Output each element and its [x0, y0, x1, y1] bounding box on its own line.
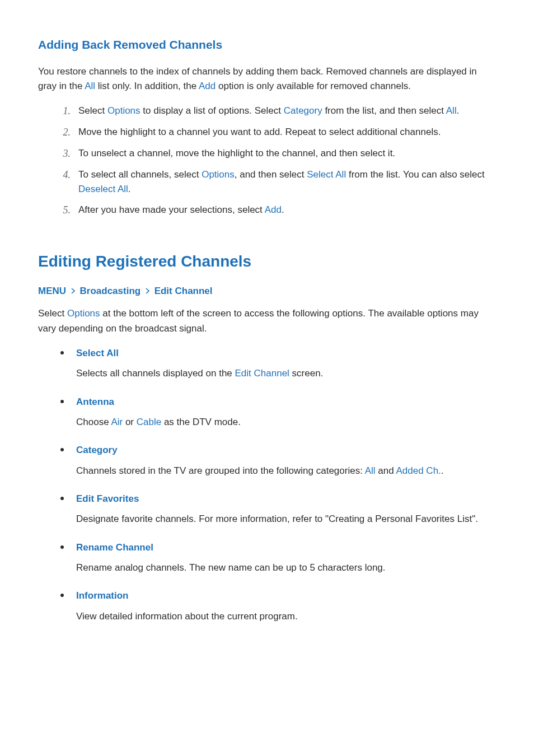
keyword-all: All [85, 81, 95, 91]
item-desc: Selects all channels displayed on the Ed… [76, 366, 496, 381]
intro-paragraph: You restore channels to the index of cha… [38, 64, 496, 94]
list-item: Information View detailed information ab… [60, 589, 496, 634]
keyword-options: Options [107, 105, 140, 116]
text: Selects all channels displayed on the [76, 368, 235, 379]
breadcrumb-item-edit-channel: Edit Channel [154, 286, 213, 296]
step-number: 2. [60, 125, 71, 141]
list-item: Edit Favorites Designate favorite channe… [60, 492, 496, 537]
step-number: 1. [60, 104, 71, 119]
bullet-icon [60, 545, 64, 549]
text: from the list, and then select [322, 105, 446, 116]
section-heading-adding-back: Adding Back Removed Channels [38, 36, 496, 54]
text: screen. [289, 368, 323, 379]
text: After you have made your selections, sel… [78, 204, 265, 215]
text: as the DTV mode. [161, 417, 241, 427]
breadcrumb-item-broadcasting: Broadcasting [80, 286, 141, 296]
item-desc: Choose Air or Cable as the DTV mode. [76, 415, 496, 430]
list-item: Select All Selects all channels displaye… [60, 346, 496, 391]
keyword-add: Add [265, 204, 282, 215]
text: from the list. You can also select [346, 169, 485, 180]
item-title-category: Category [76, 443, 496, 458]
keyword-cable: Cable [137, 417, 161, 427]
text: option is only available for removed cha… [216, 81, 411, 91]
bullet-icon [60, 594, 64, 597]
keyword-deselect-all: Deselect All [78, 184, 128, 194]
text: Select [38, 308, 67, 319]
step-number: 3. [60, 146, 71, 162]
step-number: 4. [60, 167, 71, 197]
keyword-select-all: Select All [307, 169, 346, 180]
item-title-edit-favorites: Edit Favorites [76, 492, 496, 506]
item-desc: Designate favorite channels. For more in… [76, 512, 496, 526]
item-title-antenna: Antenna [76, 395, 496, 409]
bullet-icon [60, 351, 64, 354]
breadcrumb: MENU Broadcasting Edit Channel [38, 284, 496, 298]
step-number: 5. [60, 203, 71, 218]
text: To select all channels, select [78, 169, 202, 180]
bullet-icon [60, 400, 64, 403]
breadcrumb-item-menu: MENU [38, 286, 66, 296]
text: to display a list of options. Select [140, 105, 284, 116]
list-item: Rename Channel Rename analog channels. T… [60, 540, 496, 586]
text: Select [78, 105, 107, 116]
step-text: Move the highlight to a channel you want… [78, 125, 496, 141]
text: Choose [76, 417, 111, 427]
item-desc: Rename analog channels. The new name can… [76, 561, 496, 575]
keyword-category: Category [284, 105, 322, 116]
item-title-select-all: Select All [76, 346, 496, 361]
item-desc: View detailed information about the curr… [76, 609, 496, 624]
keyword-all: All [365, 465, 376, 476]
list-item: Antenna Choose Air or Cable as the DTV m… [60, 395, 496, 440]
keyword-add: Add [199, 81, 216, 91]
intro-paragraph: Select Options at the bottom left of the… [38, 306, 496, 336]
bullet-list: Select All Selects all channels displaye… [38, 346, 496, 634]
chevron-right-icon [143, 284, 152, 298]
step-text: Select Options to display a list of opti… [78, 104, 496, 119]
numbered-list: 1. Select Options to display a list of o… [38, 104, 496, 218]
item-title-rename-channel: Rename Channel [76, 540, 496, 555]
keyword-options: Options [202, 169, 235, 180]
text: . [441, 465, 444, 476]
step-text: To unselect a channel, move the highligh… [78, 146, 496, 162]
text: . [128, 184, 131, 194]
keyword-options: Options [67, 308, 100, 319]
text: Channels stored in the TV are grouped in… [76, 465, 365, 476]
keyword-all: All [446, 105, 457, 116]
bullet-icon [60, 497, 64, 500]
list-item: 1. Select Options to display a list of o… [60, 104, 496, 119]
text: list only. In addition, the [95, 81, 199, 91]
text: , and then select [235, 169, 307, 180]
keyword-added-ch: Added Ch. [396, 465, 441, 476]
keyword-air: Air [111, 417, 123, 427]
item-title-information: Information [76, 589, 496, 603]
keyword-edit-channel: Edit Channel [235, 368, 289, 379]
text: or [123, 417, 137, 427]
list-item: Category Channels stored in the TV are g… [60, 443, 496, 488]
step-text: After you have made your selections, sel… [78, 203, 496, 218]
chevron-right-icon [69, 284, 77, 298]
text: at the bottom left of the screen to acce… [38, 308, 479, 333]
step-text: To select all channels, select Options, … [78, 167, 496, 197]
list-item: 4. To select all channels, select Option… [60, 167, 496, 197]
bullet-icon [60, 448, 64, 451]
list-item: 3. To unselect a channel, move the highl… [60, 146, 496, 162]
text: . [282, 204, 284, 215]
list-item: 5. After you have made your selections, … [60, 203, 496, 218]
text: . [457, 105, 460, 116]
list-item: 2. Move the highlight to a channel you w… [60, 125, 496, 141]
text: and [376, 465, 396, 476]
section-heading-editing: Editing Registered Channels [38, 249, 496, 273]
item-desc: Channels stored in the TV are grouped in… [76, 464, 496, 478]
